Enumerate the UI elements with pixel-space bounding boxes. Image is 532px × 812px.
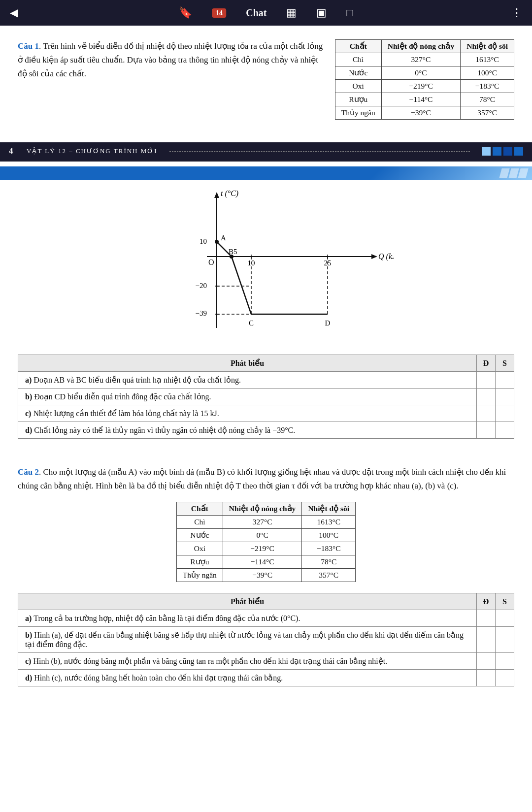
- cau1-text: Câu 1. Trên hình vẽ biểu diễn đồ thị nhi…: [18, 39, 325, 81]
- row-label: b): [25, 631, 34, 639]
- chat-label[interactable]: Chat: [246, 7, 266, 19]
- table-cell: −39°C: [223, 569, 302, 582]
- stmt1-header-phatbieu: Phát biểu: [18, 355, 477, 372]
- table-cell: −114°C: [381, 93, 461, 106]
- statement-text: a) Đoạn AB và BC biểu diễn quá trình hạ …: [18, 372, 477, 389]
- table1-col-chat: Chất: [335, 40, 381, 53]
- table-row: Oxi−219°C−183°C: [176, 542, 355, 555]
- col-s-cell: [496, 389, 514, 405]
- cau2-section: Câu 2. Cho một lượng đá (mẫu A) vào một …: [0, 465, 532, 711]
- stripe-mark-2: [508, 168, 519, 178]
- table-cell: 1613°C: [302, 516, 356, 529]
- table-cell: Oxi: [176, 542, 223, 555]
- row-label: a): [25, 376, 33, 384]
- stmt2-header-phatbieu: Phát biểu: [18, 593, 477, 610]
- col-s-cell: [496, 405, 514, 422]
- footer-blocks: [482, 147, 523, 156]
- statement-table-2: Phát biểu Đ S a) Trong cả ba trường hợp,…: [18, 593, 514, 686]
- stmt1-header-d: Đ: [477, 355, 496, 372]
- back-icon[interactable]: ◀: [10, 6, 18, 19]
- page-footer: 4 VẬT LÝ 12 – CHƯƠNG TRÌNH MỚI: [0, 142, 532, 160]
- table-cell: Nước: [335, 66, 381, 80]
- row-label: c): [25, 657, 33, 665]
- footer-block-4: [514, 147, 523, 156]
- col-s-cell: [496, 653, 514, 670]
- label-D: D: [325, 319, 331, 327]
- fullscreen-icon[interactable]: ▣: [316, 6, 327, 19]
- x-axis-label: Q (kJ): [378, 252, 394, 261]
- page-number: 4: [9, 146, 20, 156]
- table-row: Rượu−114°C78°C: [335, 93, 514, 106]
- main-content: Câu 1. Trên hình vẽ biểu diễn đồ thị nhi…: [0, 26, 532, 142]
- table-cell: Thủy ngân: [335, 106, 381, 120]
- stmt2-header-d: Đ: [477, 593, 496, 610]
- top-bar: ◀ 🔖 14 Chat ▦ ▣ □ ⋮: [0, 0, 532, 26]
- table-cell: Nước: [176, 529, 223, 542]
- table-cell: 78°C: [302, 555, 356, 569]
- table-cell: 0°C: [381, 66, 461, 80]
- cau1-body: . Trên hình vẽ biểu diễn đồ thị nhiệt độ…: [18, 41, 323, 78]
- col-d-cell: [477, 670, 496, 686]
- table-cell: −183°C: [461, 80, 514, 93]
- table-cell: 0°C: [223, 529, 302, 542]
- blue-stripe-marks: [500, 168, 527, 178]
- statement-text: c) Nhiệt lượng cần thiết để làm hóa lỏng…: [18, 405, 477, 422]
- table-cell: −219°C: [223, 542, 302, 555]
- row-label: d): [25, 426, 34, 434]
- table1-col-nongchay: Nhiệt độ nóng chảy: [381, 40, 461, 53]
- svg-marker-3: [371, 254, 377, 259]
- stmt1-header-s: S: [496, 355, 514, 372]
- footer-dashes: [169, 151, 470, 152]
- label-y-20: −20: [196, 282, 207, 290]
- table-cell: 100°C: [302, 529, 356, 542]
- table-row: Oxi−219°C−183°C: [335, 80, 514, 93]
- label-A: A: [221, 234, 226, 242]
- label-C: C: [249, 319, 254, 327]
- list-item: b) Đoạn CD biểu diễn quá trình đông đặc …: [18, 389, 514, 405]
- more-icon[interactable]: ⋮: [511, 6, 522, 19]
- table2-wrapper: Chất Nhiệt độ nóng chảy Nhiệt độ sôi Chì…: [18, 502, 514, 582]
- table2-col-nongchay: Nhiệt độ nóng chảy: [223, 502, 302, 516]
- bookmark-icon[interactable]: 🔖: [179, 6, 192, 19]
- col-d-cell: [477, 405, 496, 422]
- origin-label: O: [208, 258, 214, 266]
- table-cell: −219°C: [381, 80, 461, 93]
- footer-block-1: [482, 147, 491, 156]
- table-cell: 357°C: [302, 569, 356, 582]
- row-label: a): [25, 614, 33, 622]
- table-cell: Rượu: [335, 93, 381, 106]
- table-cell: Oxi: [335, 80, 381, 93]
- table2-col-soi: Nhiệt độ sôi: [302, 502, 356, 516]
- table-cell: 78°C: [461, 93, 514, 106]
- cau2-text-block: Câu 2. Cho một lượng đá (mẫu A) vào một …: [18, 465, 514, 493]
- table-cell: Chì: [176, 516, 223, 529]
- statement-text: c) Hình (b), nước đóng băng một phần và …: [18, 653, 477, 670]
- col-s-cell: [496, 372, 514, 389]
- badge-count: 14: [212, 8, 226, 18]
- table-cell: Thủy ngân: [176, 569, 223, 582]
- statements1-wrapper: Phát biểu Đ S a) Đoạn AB và BC biểu diễn…: [0, 355, 532, 460]
- statement-text: b) Đoạn CD biểu diễn quá trình đông đặc …: [18, 389, 477, 405]
- col-d-cell: [477, 610, 496, 627]
- row-label: d): [25, 674, 34, 682]
- window-icon[interactable]: □: [346, 6, 353, 19]
- list-item: c) Nhiệt lượng cần thiết để làm hóa lỏng…: [18, 405, 514, 422]
- table-cell: 1613°C: [461, 53, 514, 66]
- layout-icon[interactable]: ▦: [286, 6, 297, 19]
- cau2-label: Câu 2: [18, 467, 39, 477]
- footer-block-3: [503, 147, 512, 156]
- footer-block-2: [493, 147, 501, 156]
- table2-col-chat: Chất: [176, 502, 223, 516]
- statement-text: a) Trong cả ba trường hợp, nhiệt độ cân …: [18, 610, 477, 627]
- list-item: b) Hình (a), để đạt đến cân bằng nhiệt b…: [18, 627, 514, 653]
- top-bar-left-icons: ◀: [10, 6, 18, 19]
- col-d-cell: [477, 422, 496, 439]
- row-label: c): [25, 409, 33, 418]
- table-cell: 357°C: [461, 106, 514, 120]
- stripe-mark-3: [518, 168, 528, 178]
- table1-col-soi: Nhiệt độ sôi: [461, 40, 514, 53]
- statement-text: d) Hình (c), nước đóng băng hết hoàn toà…: [18, 670, 477, 686]
- stmt2-header-s: S: [496, 593, 514, 610]
- table-cell: Chì: [335, 53, 381, 66]
- temperature-graph: t (°C) Q (kJ) O A 10 B5 10 25 −20 −39 C …: [138, 185, 394, 343]
